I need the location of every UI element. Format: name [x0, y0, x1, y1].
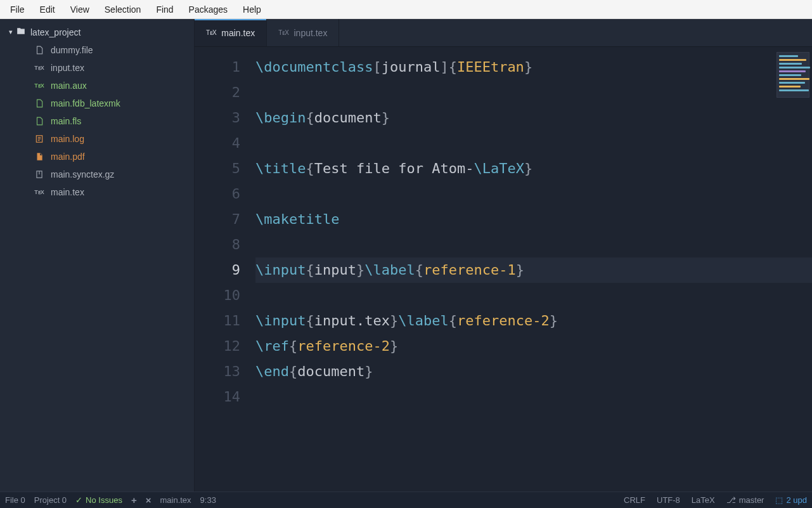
line-number: 4: [195, 131, 255, 156]
code-line[interactable]: [255, 80, 812, 105]
close-icon[interactable]: ×: [146, 495, 151, 505]
menu-item-packages[interactable]: Packages: [181, 2, 235, 17]
line-number: 14: [195, 384, 255, 410]
file-icon: [34, 98, 44, 108]
add-icon[interactable]: +: [131, 495, 137, 505]
status-git-branch[interactable]: ⎇ master: [726, 495, 764, 505]
line-number: 12: [195, 334, 255, 359]
line-number: 8: [195, 232, 255, 257]
tree-file-label: main.pdf: [51, 152, 85, 162]
tree-file-label: main.fdb_latexmk: [51, 98, 120, 108]
status-cursor-position[interactable]: 9:33: [200, 495, 216, 505]
tree-file[interactable]: main.synctex.gz: [0, 166, 194, 183]
code-line[interactable]: \ref{reference-2}: [255, 334, 812, 359]
line-number: 9: [195, 257, 255, 283]
tex-icon: TᴇX: [206, 29, 216, 36]
code-line[interactable]: \input{input}\label{reference-1}: [255, 257, 812, 283]
tree-root-label: latex_project: [30, 27, 81, 37]
code-line[interactable]: \begin{document}: [255, 105, 812, 131]
tree-root-folder[interactable]: ▾ latex_project: [0, 23, 194, 41]
menu-item-view[interactable]: View: [63, 2, 97, 17]
menu-item-find[interactable]: Find: [148, 2, 181, 17]
log-icon: [34, 134, 44, 144]
menu-item-selection[interactable]: Selection: [97, 2, 149, 17]
tree-file-label: main.tex: [51, 187, 84, 197]
tex-icon: TᴇX: [278, 29, 288, 36]
code-line[interactable]: [255, 181, 812, 207]
file-icon: [34, 116, 44, 126]
line-number: 13: [195, 359, 255, 384]
tabbar: TᴇXmain.texTᴇXinput.tex: [195, 19, 812, 47]
line-number: 3: [195, 105, 255, 131]
file-icon: [34, 45, 44, 55]
tree-file[interactable]: main.log: [0, 130, 194, 148]
line-number: 5: [195, 156, 255, 181]
status-project-count[interactable]: Project 0: [34, 495, 67, 505]
statusbar: File 0 Project 0 ✓ No Issues + × main.te…: [0, 492, 812, 508]
code-line[interactable]: [255, 232, 812, 257]
tree-file-label: dummy.file: [51, 45, 93, 55]
tree-file[interactable]: main.pdf: [0, 148, 194, 166]
tree-file[interactable]: TᴇXinput.tex: [0, 59, 194, 77]
pdf-icon: [34, 152, 44, 162]
tree-file[interactable]: TᴇXmain.aux: [0, 77, 194, 94]
tex-icon: TᴇX: [34, 63, 44, 73]
folder-icon: [16, 27, 25, 37]
file-tree-sidebar[interactable]: ▾ latex_project dummy.fileTᴇXinput.texTᴇ…: [0, 19, 195, 492]
chevron-down-icon: ▾: [9, 28, 13, 36]
menubar: FileEditViewSelectionFindPackagesHelp: [0, 0, 812, 19]
package-icon: ⬚: [775, 495, 783, 505]
code-line[interactable]: \maketitle: [255, 207, 812, 232]
tab[interactable]: TᴇXmain.tex: [195, 19, 267, 46]
code-line[interactable]: \input{input.tex}\label{reference-2}: [255, 308, 812, 334]
code-line[interactable]: \title{Test file for Atom-\LaTeX}: [255, 156, 812, 181]
line-number: 7: [195, 207, 255, 232]
tree-file[interactable]: dummy.file: [0, 41, 194, 59]
line-number: 6: [195, 181, 255, 207]
editor-pane: TᴇXmain.texTᴇXinput.tex 1234567891011121…: [195, 19, 812, 492]
status-file-count[interactable]: File 0: [5, 495, 25, 505]
line-number: 10: [195, 283, 255, 308]
line-gutter: 1234567891011121314: [195, 47, 255, 492]
menu-item-help[interactable]: Help: [235, 2, 269, 17]
tab[interactable]: TᴇXinput.tex: [267, 19, 339, 46]
tree-file-label: main.fls: [51, 116, 81, 126]
zip-icon: [34, 169, 44, 179]
tab-label: input.tex: [293, 28, 327, 38]
status-line-ending[interactable]: CRLF: [624, 495, 645, 505]
check-icon: ✓: [75, 495, 82, 505]
line-number: 1: [195, 55, 255, 80]
code-line[interactable]: \documentclass[journal]{IEEEtran}: [255, 55, 812, 80]
branch-icon: ⎇: [726, 495, 736, 505]
code-area[interactable]: \documentclass[journal]{IEEEtran} \begin…: [255, 47, 812, 492]
code-line[interactable]: [255, 131, 812, 156]
menu-item-file[interactable]: File: [3, 2, 32, 17]
tree-file[interactable]: TᴇXmain.tex: [0, 183, 194, 201]
code-line[interactable]: \end{document}: [255, 359, 812, 384]
status-issues[interactable]: ✓ No Issues: [75, 495, 122, 505]
tex-icon: TᴇX: [34, 187, 44, 197]
code-line[interactable]: [255, 384, 812, 410]
tree-file-label: input.tex: [51, 63, 84, 73]
code-line[interactable]: [255, 283, 812, 308]
status-filename[interactable]: main.tex: [160, 495, 191, 505]
tree-file[interactable]: main.fls: [0, 112, 194, 130]
tab-label: main.tex: [221, 28, 255, 38]
tree-file-label: main.synctex.gz: [51, 169, 114, 179]
status-grammar[interactable]: LaTeX: [692, 495, 715, 505]
tree-file[interactable]: main.fdb_latexmk: [0, 94, 194, 112]
minimap[interactable]: [777, 52, 809, 98]
status-updates[interactable]: ⬚ 2 upd: [775, 495, 807, 505]
line-number: 11: [195, 308, 255, 334]
menu-item-edit[interactable]: Edit: [32, 2, 63, 17]
editor-body[interactable]: 1234567891011121314 \documentclass[journ…: [195, 47, 812, 492]
main-area: ▾ latex_project dummy.fileTᴇXinput.texTᴇ…: [0, 19, 812, 492]
tex-icon: TᴇX: [34, 81, 44, 91]
status-encoding[interactable]: UTF-8: [657, 495, 680, 505]
tree-file-label: main.log: [51, 134, 84, 144]
tree-file-label: main.aux: [51, 81, 87, 91]
line-number: 2: [195, 80, 255, 105]
